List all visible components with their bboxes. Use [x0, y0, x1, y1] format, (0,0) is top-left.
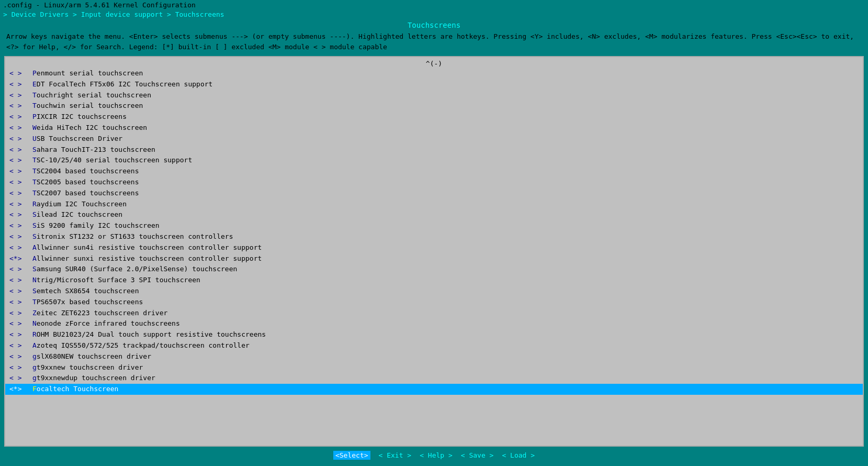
button-save[interactable]: < Save >	[461, 451, 494, 459]
menu-item[interactable]: < >Neonode zForce infrared touchscreens	[5, 318, 863, 329]
menu-item[interactable]: < >Silead I2C touchscreen	[5, 209, 863, 220]
label-rest: aydium I2C Touchscreen	[37, 200, 127, 208]
menu-item[interactable]: <*>Focaltech Touchscreen	[5, 384, 863, 395]
menu-item-bracket: < >	[9, 155, 30, 166]
label-rest: t9xxnewdup touchscreen driver	[37, 374, 155, 382]
terminal-window: .config - Linux/arm 5.4.61 Kernel Config…	[0, 0, 868, 466]
hotkey-char: F	[32, 385, 37, 393]
button-load[interactable]: < Load >	[502, 451, 535, 459]
menu-item[interactable]: < >Raydium I2C Touchscreen	[5, 199, 863, 210]
menu-item[interactable]: < >Azoteq IQS550/572/525 trackpad/touchs…	[5, 340, 863, 351]
label-rest: SC2007 based touchscreens	[37, 189, 139, 197]
menu-item-label: Penmount serial touchscreen	[32, 68, 143, 79]
menu-item-bracket: < >	[9, 373, 30, 384]
menu-item-bracket: < >	[9, 177, 30, 188]
hotkey-char: N	[32, 276, 37, 284]
menu-item-label: Semtech SX8654 touchscreen	[32, 286, 139, 297]
label-rest: iS 9200 family I2C touchscreen	[37, 221, 160, 229]
label-rest: ahara TouchIT-213 touchscreen	[37, 146, 155, 153]
button-help[interactable]: < Help >	[420, 451, 453, 459]
menu-item-bracket: < >	[9, 351, 30, 362]
label-rest: slX680NEW touchscreen driver	[37, 352, 151, 360]
menu-item-label: ROHM BU21023/24 Dual touch support resis…	[32, 329, 266, 340]
hotkey-char: E	[32, 80, 37, 88]
menu-item[interactable]: <*>Allwinner sunxi resistive touchscreen…	[5, 253, 863, 264]
hotkey-char: Z	[32, 309, 37, 317]
menu-item[interactable]: < >SiS 9200 family I2C touchscreen	[5, 220, 863, 231]
menu-box[interactable]: ^(-) < >Penmount serial touchscreen< >ED…	[4, 56, 864, 447]
menu-item[interactable]: < >ROHM BU21023/24 Dual touch support re…	[5, 329, 863, 340]
menu-item[interactable]: < >TSC-10/25/40 serial touchscreen suppo…	[5, 155, 863, 166]
menu-item[interactable]: < >Sitronix ST1232 or ST1633 touchscreen…	[5, 231, 863, 242]
menu-item-bracket: < >	[9, 231, 30, 242]
label-rest: SC2005 based touchscreens	[37, 178, 139, 186]
menu-item[interactable]: < >gt9xxnew touchscreen driver	[5, 362, 863, 373]
hotkey-char: P	[32, 69, 37, 77]
menu-item[interactable]: < >Samsung SUR40 (Surface 2.0/PixelSense…	[5, 264, 863, 275]
menu-item-bracket: < >	[9, 134, 30, 145]
menu-item-label: TSC2005 based touchscreens	[32, 177, 139, 188]
menu-item-label: Azoteq IQS550/572/525 trackpad/touchscre…	[32, 340, 250, 351]
menu-item-label: Raydium I2C Touchscreen	[32, 199, 127, 210]
menu-item[interactable]: < >Touchwin serial touchscreen	[5, 101, 863, 112]
hotkey-char: T	[32, 156, 37, 164]
hotkey-char: T	[32, 178, 37, 186]
menu-item[interactable]: < >Semtech SX8654 touchscreen	[5, 286, 863, 297]
menu-item-label: Neonode zForce infrared touchscreens	[32, 318, 180, 329]
section-title: Touchscreens	[4, 21, 864, 29]
hotkey-char: T	[32, 189, 37, 197]
title-bar: .config - Linux/arm 5.4.61 Kernel Config…	[0, 0, 868, 10]
menu-item[interactable]: < >USB Touchscreen Driver	[5, 134, 863, 145]
menu-item-bracket: < >	[9, 297, 30, 308]
menu-item[interactable]: < >gslX680NEW touchscreen driver	[5, 351, 863, 362]
menu-item[interactable]: < >Penmount serial touchscreen	[5, 68, 863, 79]
hotkey-char: R	[32, 200, 37, 208]
menu-item-label: Sitronix ST1232 or ST1633 touchscreen co…	[32, 231, 233, 242]
menu-item-bracket: < >	[9, 90, 30, 101]
menu-item-label: TSC2004 based touchscreens	[32, 166, 139, 177]
menu-item[interactable]: < >Ntrig/Microsoft Surface 3 SPI touchsc…	[5, 275, 863, 286]
menu-item-bracket: < >	[9, 209, 30, 220]
hotkey-char: S	[32, 146, 37, 153]
label-rest: enmount serial touchscreen	[37, 69, 143, 77]
menu-item[interactable]: < >Weida HiTech I2C touchscreen	[5, 123, 863, 134]
menu-item-bracket: < >	[9, 329, 30, 340]
menu-item-bracket: < >	[9, 145, 30, 156]
menu-item[interactable]: < >Zeitec ZET6223 touchscreen driver	[5, 308, 863, 319]
menu-item[interactable]: < >TPS6507x based touchscreens	[5, 297, 863, 308]
hotkey-char: S	[32, 287, 37, 295]
hotkey-char: S	[32, 232, 37, 240]
menu-item-bracket: < >	[9, 123, 30, 134]
menu-item[interactable]: < >TSC2005 based touchscreens	[5, 177, 863, 188]
menu-item-bracket: < >	[9, 362, 30, 373]
menu-item-bracket: < >	[9, 242, 30, 253]
menu-item[interactable]: < >PIXCIR I2C touchscreens	[5, 112, 863, 123]
menu-item-label: gt9xxnewdup touchscreen driver	[32, 373, 155, 384]
menu-item[interactable]: < >TSC2004 based touchscreens	[5, 166, 863, 177]
label-rest: OHM BU21023/24 Dual touch support resist…	[37, 330, 266, 338]
menu-item-label: TSC2007 based touchscreens	[32, 188, 139, 199]
menu-item[interactable]: < >Allwinner sun4i resistive touchscreen…	[5, 242, 863, 253]
button-exit[interactable]: < Exit >	[379, 451, 412, 459]
menu-item-bracket: < >	[9, 199, 30, 210]
main-area: Touchscreens Arrow keys navigate the men…	[0, 19, 868, 466]
menu-item[interactable]: < >EDT FocalTech FT5x06 I2C Touchscreen …	[5, 79, 863, 90]
label-rest: eonode zForce infrared touchscreens	[37, 319, 180, 327]
menu-item-bracket: < >	[9, 101, 30, 112]
menu-item-label: Focaltech Touchscreen	[32, 384, 118, 395]
menu-item[interactable]: < >Sahara TouchIT-213 touchscreen	[5, 145, 863, 156]
button-select[interactable]: <Select>	[333, 451, 370, 460]
menu-item[interactable]: < >Touchright serial touchscreen	[5, 90, 863, 101]
menu-item-label: Touchwin serial touchscreen	[32, 101, 143, 112]
menu-item-bracket: < >	[9, 112, 30, 123]
hotkey-char: S	[32, 221, 37, 229]
menu-item-bracket: < >	[9, 220, 30, 231]
menu-item-bracket: < >	[9, 264, 30, 275]
menu-item[interactable]: < >gt9xxnewdup touchscreen driver	[5, 373, 863, 384]
label-rest: t9xxnew touchscreen driver	[37, 363, 143, 371]
menu-item-bracket: < >	[9, 286, 30, 297]
label-rest: ouchright serial touchscreen	[37, 91, 151, 99]
label-rest: SB Touchscreen Driver	[37, 135, 122, 142]
label-rest: llwinner sun4i resistive touchscreen con…	[37, 243, 262, 251]
menu-item[interactable]: < >TSC2007 based touchscreens	[5, 188, 863, 199]
